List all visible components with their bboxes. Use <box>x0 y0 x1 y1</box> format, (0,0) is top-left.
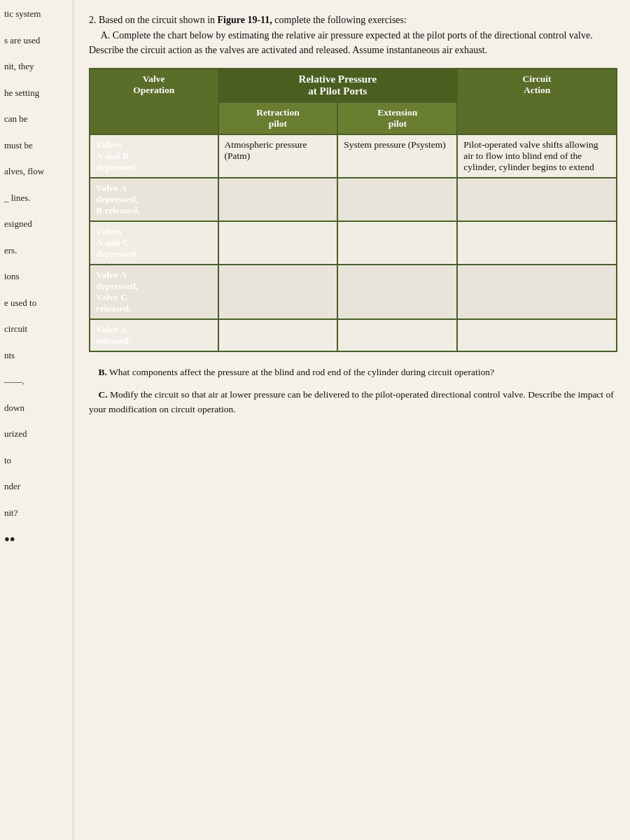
row1-extension <box>337 178 457 221</box>
sub-c-text: Modify the circuit so that air at lower … <box>89 389 614 415</box>
left-item-11: ions <box>4 270 69 284</box>
question-number: 2. <box>89 15 97 25</box>
left-item-9: esigned <box>4 217 69 231</box>
left-panel: tic system s are used nit, they he setti… <box>0 0 74 840</box>
row0-extension: System pressure (Psystem) <box>337 134 457 178</box>
row0-operation: Valves A and B depressed. <box>90 134 218 178</box>
row4-circuit <box>457 319 617 351</box>
part-a-text: Complete the chart below by estimating t… <box>89 30 593 56</box>
left-item-16: down <box>4 401 69 415</box>
row2-extension <box>337 221 457 265</box>
row4-operation: Valve A released. <box>90 319 218 351</box>
row3-operation: Valve A depressed, Valve C released. <box>90 265 218 319</box>
sub-question-b: B. What components affect the pressure a… <box>89 365 617 380</box>
row1-circuit <box>457 178 617 221</box>
row2-retraction <box>218 221 338 265</box>
row1-operation: Valve A depressed, B released. <box>90 178 218 221</box>
sub-c-label: C. <box>99 389 108 400</box>
row4-retraction <box>218 319 338 351</box>
left-item-5: can be <box>4 112 69 126</box>
row3-retraction <box>218 265 338 319</box>
left-item-19: nder <box>4 479 69 493</box>
question-header: 2. Based on the circuit shown in Figure … <box>89 13 617 58</box>
left-panel-text: tic system s are used nit, they he setti… <box>4 7 69 546</box>
left-item-21: ●● <box>4 532 69 546</box>
sub-question-c: C. Modify the circuit so that air at low… <box>89 387 617 417</box>
left-item-7: alves, flow <box>4 164 69 178</box>
question-text-after: complete the following exercises: <box>274 15 407 25</box>
header-relative-pressure: Relative Pressure at Pilot Ports <box>218 69 458 102</box>
figure-ref: Figure 19-11, <box>218 15 272 25</box>
row0-circuit: Pilot-operated valve shifts allowing air… <box>457 134 617 178</box>
left-item-4: he setting <box>4 86 69 100</box>
question-intro: Based on the circuit shown in <box>99 15 218 25</box>
sub-questions: B. What components affect the pressure a… <box>89 365 617 417</box>
left-item-13: circuit <box>4 322 69 336</box>
left-item-3: nit, they <box>4 59 69 74</box>
row3-circuit <box>457 265 617 319</box>
row2-operation: Valves A and C depressed. <box>90 221 218 265</box>
row1-retraction <box>218 178 338 221</box>
table-wrapper: Valve Operation Relative Pressure at Pil… <box>89 68 617 352</box>
header-extension: Extension pilot <box>337 102 457 134</box>
left-item-20: nit? <box>4 506 69 520</box>
table-row: Valves A and C depressed. <box>90 221 617 265</box>
header-valve-operation: Valve Operation <box>90 69 218 134</box>
table-row: Valve A depressed, B released. <box>90 178 617 221</box>
row3-extension <box>337 265 457 319</box>
sub-b-text: What components affect the pressure at t… <box>109 367 494 377</box>
table-header-row-top: Valve Operation Relative Pressure at Pil… <box>90 69 617 102</box>
left-item-17: urized <box>4 427 69 441</box>
left-item-8: _ lines. <box>4 191 69 205</box>
left-item-10: ers. <box>4 244 69 258</box>
pressure-table: Valve Operation Relative Pressure at Pil… <box>89 68 617 352</box>
left-item-12: e used to <box>4 296 69 310</box>
left-item-14: nts <box>4 349 69 363</box>
left-item-2: s are used <box>4 34 69 48</box>
left-item-15: ——. <box>4 374 69 388</box>
row4-extension <box>337 319 457 351</box>
row0-retraction: Atmospheric pressure (Patm) <box>218 134 338 178</box>
left-item-18: to <box>4 454 69 468</box>
table-row: Valve A depressed, Valve C released. <box>90 265 617 319</box>
header-circuit-action: Circuit Action <box>457 69 617 134</box>
main-content: 2. Based on the circuit shown in Figure … <box>74 0 630 840</box>
left-item-1: tic system <box>4 7 69 21</box>
part-a-label: A. <box>101 30 111 41</box>
row2-circuit <box>457 221 617 265</box>
table-row: Valve A released. <box>90 319 617 351</box>
sub-b-label: B. <box>99 367 107 377</box>
left-item-6: must be <box>4 139 69 153</box>
table-row: Valves A and B depressed. Atmospheric pr… <box>90 134 617 178</box>
header-retraction: Retraction pilot <box>218 102 338 134</box>
